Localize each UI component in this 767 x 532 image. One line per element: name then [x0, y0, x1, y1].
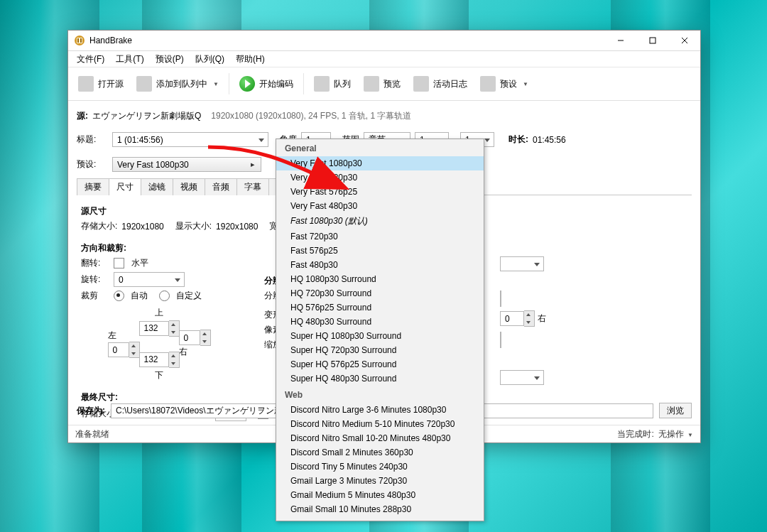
preset-item[interactable]: Very Fast 480p30	[276, 199, 484, 213]
preset-item[interactable]: Fast 480p30	[276, 258, 484, 272]
play-icon	[239, 76, 255, 92]
presets-button[interactable]: 预设▼	[474, 73, 534, 94]
presets-icon	[480, 76, 496, 92]
rotate-label: 旋转:	[81, 273, 109, 286]
crop-bottom-input[interactable]: 132	[139, 352, 169, 367]
crop-custom-radio[interactable]	[159, 291, 170, 301]
flip-label: 翻转:	[81, 257, 109, 269]
display-value: 1920x1080	[216, 222, 258, 232]
orient-header: 方向和裁剪:	[81, 242, 266, 254]
preset-item[interactable]: HQ 576p25 Surround	[276, 300, 484, 315]
start-encode-button[interactable]: 开始编码	[234, 73, 299, 94]
preset-item[interactable]: Super HQ 576p25 Surround	[276, 357, 484, 371]
menu-preset[interactable]: 预设(P)	[150, 52, 190, 67]
activity-log-button[interactable]: 活动日志	[408, 73, 473, 94]
crop-right-input[interactable]: 0	[179, 330, 200, 345]
rotate-combo[interactable]: 0	[114, 272, 185, 287]
start-encode-label: 开始编码	[259, 78, 293, 90]
spinner-icon[interactable]	[169, 320, 180, 337]
tab-summary[interactable]: 摘要	[77, 178, 109, 195]
right-peek-spinner-1[interactable]	[500, 291, 501, 307]
preview-button[interactable]: 预览	[358, 73, 406, 94]
open-source-label: 打开源	[98, 78, 124, 90]
film-icon	[78, 76, 94, 92]
preset-combo[interactable]: Very Fast 1080p30	[112, 157, 261, 172]
tab-filters[interactable]: 滤镜	[141, 178, 173, 195]
spinner-icon[interactable]	[169, 352, 180, 368]
preset-item[interactable]: Discord Nitro Medium 5-10 Minutes 720p30	[276, 417, 484, 431]
right-peek-input[interactable]: 0	[500, 311, 524, 326]
preset-item[interactable]: Super HQ 480p30 Surround	[276, 371, 484, 386]
close-button[interactable]	[668, 31, 700, 50]
preset-item[interactable]: Gmail Medium 5 Minutes 480p30	[276, 488, 484, 502]
spinner-icon[interactable]	[524, 310, 535, 327]
preset-item[interactable]: HQ 1080p30 Surround	[276, 272, 484, 286]
spinner-icon[interactable]	[200, 330, 211, 346]
svg-rect-5	[650, 38, 656, 43]
menu-tools[interactable]: 工具(T)	[110, 52, 149, 67]
preset-item[interactable]: HQ 720p30 Surround	[276, 286, 484, 300]
preset-item[interactable]: Gmail Small 10 Minutes 288p30	[276, 502, 484, 516]
chevron-down-icon: ▼	[213, 81, 219, 87]
open-source-button[interactable]: 打开源	[72, 73, 129, 94]
preset-item[interactable]: Discord Nitro Large 3-6 Minutes 1080p30	[276, 403, 484, 417]
menu-help[interactable]: 帮助(H)	[230, 52, 271, 67]
log-icon	[413, 76, 429, 92]
when-done-label: 当完成时:	[617, 428, 653, 440]
preset-item[interactable]: Discord Nitro Small 10-20 Minutes 480p30	[276, 431, 484, 445]
flip-h-label: 水平	[131, 257, 148, 269]
tab-video[interactable]: 视频	[173, 178, 205, 195]
when-done-value[interactable]: 无操作 ▼	[658, 428, 693, 440]
source-info: 1920x1080 (1920x1080), 24 FPS, 1 音轨, 1 字…	[211, 110, 411, 122]
menu-file[interactable]: 文件(F)	[71, 52, 110, 67]
crop-auto-radio[interactable]	[114, 291, 124, 301]
preset-item[interactable]: Discord Small 2 Minutes 360p30	[276, 445, 484, 460]
crop-label: 裁剪	[81, 290, 109, 302]
preset-item[interactable]: Fast 1080p30 (默认)	[276, 213, 484, 229]
right-peek-combo-2[interactable]	[500, 370, 544, 385]
title-combo[interactable]: 1 (01:45:56)	[112, 132, 268, 147]
crop-top-input[interactable]: 132	[139, 321, 169, 336]
preview-label: 预览	[384, 78, 401, 90]
minimize-button[interactable]	[604, 31, 636, 50]
tab-audio[interactable]: 音频	[205, 178, 237, 195]
titlebar[interactable]: HandBrake	[68, 31, 700, 51]
crop-right-label: 右	[179, 347, 187, 357]
svg-rect-2	[77, 38, 79, 43]
preset-group-header: Web	[276, 386, 484, 403]
queue-label: 队列	[334, 78, 351, 90]
preset-item[interactable]: Fast 576p25	[276, 244, 484, 258]
menubar: 文件(F) 工具(T) 预设(P) 队列(Q) 帮助(H)	[68, 51, 700, 67]
crop-left-input[interactable]: 0	[108, 342, 129, 357]
preset-item[interactable]: Discord Tiny 5 Minutes 240p30	[276, 460, 484, 474]
tab-subs[interactable]: 字幕	[236, 178, 269, 195]
maximize-button[interactable]	[636, 31, 668, 50]
crop-auto-label: 自动	[131, 290, 148, 302]
source-label: 源:	[77, 110, 88, 122]
crop-bottom-label: 下	[155, 369, 163, 381]
queue-button[interactable]: 队列	[308, 73, 357, 94]
preset-item[interactable]: Very Fast 576p25	[276, 185, 484, 199]
preset-item[interactable]: Very Fast 1080p30	[276, 156, 484, 170]
menu-queue[interactable]: 队列(Q)	[190, 52, 230, 67]
tab-size[interactable]: 尺寸	[109, 178, 141, 195]
spinner-icon[interactable]	[129, 342, 140, 358]
flip-h-checkbox[interactable]	[114, 258, 124, 268]
storage-label: 存储大小:	[81, 220, 117, 232]
preset-item[interactable]: Very Fast 720p30	[276, 170, 484, 185]
preset-item[interactable]: Fast 720p30	[276, 229, 484, 244]
right-peek-spinner-2[interactable]	[500, 332, 501, 348]
preset-item[interactable]: Super HQ 1080p30 Surround	[276, 329, 484, 343]
preset-item[interactable]: Gmail Large 3 Minutes 720p30	[276, 474, 484, 488]
preset-item[interactable]: Super HQ 720p30 Surround	[276, 343, 484, 357]
add-to-queue-button[interactable]: 添加到队列中▼	[131, 73, 224, 94]
browse-button[interactable]: 浏览	[659, 403, 692, 418]
right-peek-combo-1[interactable]	[500, 256, 544, 271]
preset-group-header: General	[276, 139, 484, 156]
chevron-down-icon: ▼	[687, 432, 693, 438]
preset-popup[interactable]: GeneralVery Fast 1080p30Very Fast 720p30…	[276, 139, 484, 521]
crop-top-label: 上	[155, 307, 163, 319]
preset-item[interactable]: HQ 480p30 Surround	[276, 315, 484, 329]
chevron-down-icon: ▼	[523, 81, 528, 87]
status-text: 准备就绪	[75, 428, 109, 440]
